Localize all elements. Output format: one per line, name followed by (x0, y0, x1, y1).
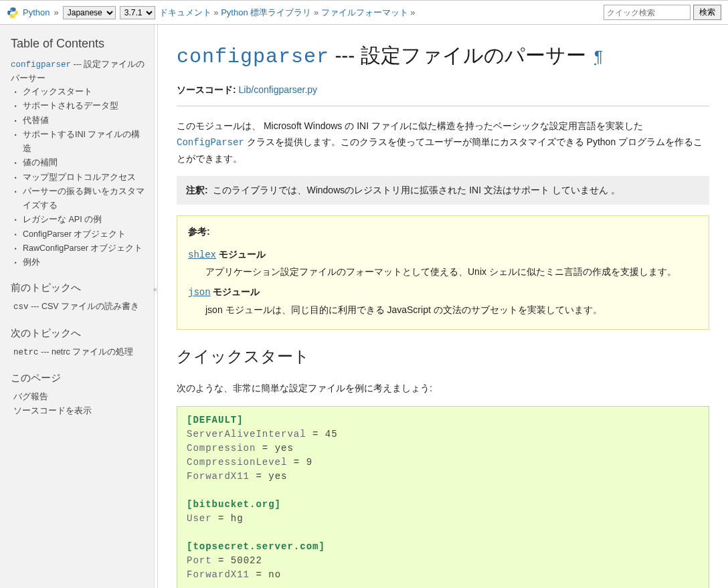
toc-item: 値の補間 (13, 156, 146, 170)
python-link[interactable]: Python (23, 7, 50, 17)
breadcrumb-link[interactable]: Python 標準ライブラリ (221, 7, 311, 17)
this-page-link[interactable]: ソースコードを表示 (13, 406, 92, 415)
language-select[interactable]: EnglishJapaneseFrench (63, 6, 116, 19)
quickstart-intro: 次のような、非常に簡単な設定ファイルを例に考えましょう: (177, 381, 709, 397)
sidebar: Table of Contents configparser --- 設定ファイ… (0, 25, 154, 588)
toc-link[interactable]: マップ型プロトコルアクセス (23, 173, 136, 182)
seealso-term: shlex モジュール (188, 247, 698, 264)
toc-item: RawConfigParser オブジェクト (13, 241, 146, 256)
toc-link[interactable]: RawConfigParser オブジェクト (23, 243, 143, 253)
toc-link[interactable]: 値の補間 (23, 158, 58, 167)
this-page-heading: このページ (11, 372, 146, 385)
search-button[interactable]: 検索 (693, 5, 721, 20)
quickstart-heading: クイックスタート (177, 346, 709, 367)
prev-topic-heading: 前のトピックへ (11, 282, 146, 294)
toc-item: 代替値 (13, 114, 146, 128)
heading-permalink-icon[interactable]: ¶ (594, 47, 603, 66)
seealso-desc: アプリケーション設定ファイルのフォーマットとして使える、Unix シェルに似たミ… (205, 264, 698, 280)
search-input[interactable] (604, 5, 691, 20)
toc-item: パーサーの振る舞いをカスタマイズする (13, 185, 146, 213)
source-code-line: ソースコード: Lib/configparser.py (177, 84, 709, 96)
toc-link[interactable]: ConfigParser オブジェクト (23, 229, 126, 239)
breadcrumb-link[interactable]: ファイルフォーマット (321, 7, 408, 17)
note-box: 注釈: このライブラリでは、Windowsのレジストリ用に拡張された INI 文… (177, 176, 709, 204)
prev-topic-link[interactable]: csv --- CSV ファイルの読み書き (13, 302, 139, 311)
breadcrumb-sep: » (211, 7, 221, 17)
this-page-link[interactable]: バグ報告 (13, 392, 48, 401)
toc-item: サポートされるデータ型 (13, 99, 146, 113)
toc-item: マップ型プロトコルアクセス (13, 171, 146, 185)
source-link[interactable]: Lib/configparser.py (239, 84, 318, 95)
toc-link[interactable]: サポートするINI ファイルの構造 (23, 130, 140, 153)
topbar: Python » EnglishJapaneseFrench 3.7.13.62… (0, 0, 728, 25)
breadcrumb-sep: » (408, 7, 416, 17)
configparser-class-link[interactable]: ConfigParser (177, 137, 244, 148)
page-title: configparser --- 設定ファイルのパーサー ¶ (177, 42, 709, 70)
toc-link[interactable]: 代替値 (23, 116, 49, 125)
python-logo-icon (7, 7, 19, 19)
toc-link[interactable]: サポートされるデータ型 (23, 101, 118, 110)
seealso-box: 参考: shlex モジュールアプリケーション設定ファイルのフォーマットとして使… (177, 215, 709, 330)
divider-line (177, 106, 709, 106)
breadcrumb-link[interactable]: ドキュメント (159, 7, 211, 17)
main-content: configparser --- 設定ファイルのパーサー ¶ ソースコード: L… (158, 25, 728, 588)
toc-item: ConfigParser オブジェクト (13, 227, 146, 241)
toc-top-link[interactable]: configparser --- 設定ファイルのパーサー (11, 60, 145, 83)
collapse-icon[interactable]: « (153, 286, 157, 293)
toc-item: 例外 (13, 256, 146, 270)
next-topic-heading: 次のトピックへ (11, 327, 146, 340)
breadcrumb-sep: » (54, 7, 58, 17)
sidebar-divider[interactable]: « (154, 25, 158, 588)
toc-link[interactable]: 例外 (23, 258, 40, 267)
version-select[interactable]: 3.7.13.62.7 (120, 6, 155, 19)
toc-item: レガシーな API の例 (13, 213, 146, 227)
seealso-module-link[interactable]: shlex (188, 250, 216, 260)
toc-link[interactable]: クイックスタート (23, 87, 92, 96)
seealso-desc: json モジュールは、同じ目的に利用できる JavaScript の文法のサブ… (205, 302, 698, 318)
breadcrumb-sep: » (311, 7, 321, 17)
seealso-term: json モジュール (188, 284, 698, 301)
intro-paragraph: このモジュールは、 Microsoft Windows の INI ファイルに似… (177, 118, 709, 167)
toc-item: クイックスタート (13, 85, 146, 99)
toc-link[interactable]: パーサーの振る舞いをカスタマイズする (23, 187, 145, 210)
code-example: [DEFAULT] ServerAliveInterval = 45 Compr… (177, 406, 709, 588)
toc-title: Table of Contents (11, 37, 146, 51)
seealso-module-link[interactable]: json (188, 287, 211, 298)
toc-item: サポートするINI ファイルの構造 (13, 128, 146, 157)
toc-link[interactable]: レガシーな API の例 (23, 215, 102, 224)
next-topic-link[interactable]: netrc --- netrc ファイルの処理 (13, 347, 133, 357)
